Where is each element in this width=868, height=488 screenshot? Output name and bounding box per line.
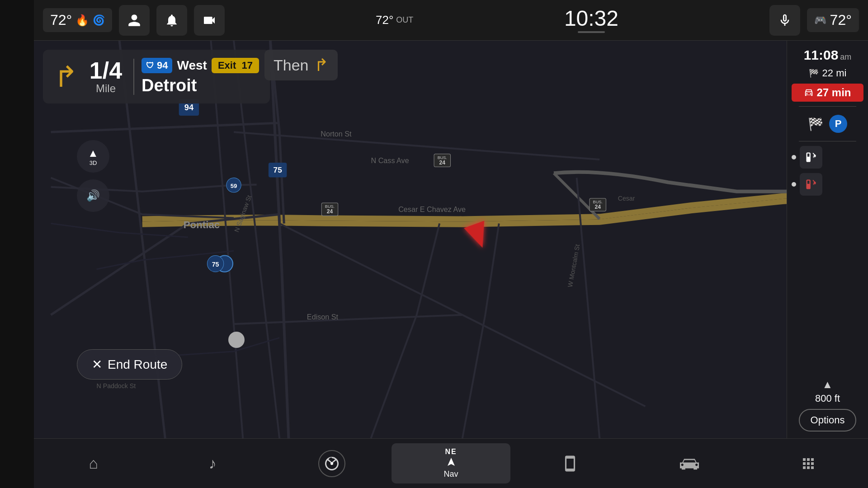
svg-text:N Paddock St: N Paddock St <box>97 382 136 389</box>
clock-time: 10:32 <box>564 8 618 29</box>
sound-button[interactable]: 🔊 <box>77 179 109 212</box>
svg-point-36 <box>807 93 808 94</box>
car-arrow <box>464 221 493 251</box>
right-divider-2 <box>799 141 856 141</box>
temp-left-display: 72° 🔥 🌀 <box>43 8 112 32</box>
fan-icon: 🌀 <box>93 14 105 26</box>
scroll-position-dot <box>228 332 245 348</box>
parking-p-icon: P <box>835 118 842 130</box>
distance-unit: Mile <box>96 82 116 95</box>
fuel-icon-1 <box>805 151 817 164</box>
driver-icon <box>318 450 345 477</box>
nav-item-driver[interactable] <box>272 446 392 482</box>
right-panel: 11:08 am 🏁 22 mi 27 min 🏁 P <box>787 41 868 438</box>
poi-row-1 <box>792 146 863 169</box>
right-divider-1 <box>799 106 856 107</box>
exit-label: Exit <box>218 60 236 71</box>
svg-text:94: 94 <box>184 103 194 112</box>
temp-right-value: 72° <box>830 12 852 28</box>
camera-button[interactable] <box>194 5 225 36</box>
map-controls: ▲ 3D 🔊 <box>77 140 109 212</box>
end-route-label: End Route <box>108 357 167 372</box>
nav-item-music[interactable]: ♪ <box>153 450 273 477</box>
top-left-controls: 72° 🔥 🌀 <box>43 5 225 36</box>
outside-temp-display: 72° OUT <box>376 13 413 27</box>
turn-arrow: ↱ <box>54 62 78 91</box>
nav-route-info: 🛡 94 West Exit 17 Detroit <box>142 58 259 95</box>
exit-badge: Exit 17 <box>212 58 259 73</box>
svg-text:75: 75 <box>274 165 283 174</box>
highway-direction: West <box>177 58 207 73</box>
nav-instruction-box: ↱ 1/4 Mile 🛡 94 West Exit 17 Detroit <box>43 50 270 103</box>
svg-text:Edison St: Edison St <box>307 313 339 321</box>
nav-distance-display: 1/4 Mile <box>85 59 126 95</box>
mic-icon <box>778 13 792 28</box>
distance-row: 🏁 22 mi <box>809 67 847 79</box>
compass-distance: 800 ft <box>815 393 840 404</box>
map-area[interactable]: Norton St N Cass Ave Cesar E Chavez Ave … <box>34 41 868 438</box>
nav-item-car[interactable] <box>630 450 749 477</box>
poi-dot-1 <box>792 155 796 160</box>
3d-label: 3D <box>90 160 97 166</box>
highway-info: 🛡 94 West Exit 17 <box>142 58 259 73</box>
svg-point-37 <box>810 93 811 94</box>
parking-badge: P <box>829 115 847 133</box>
car-location-marker <box>467 224 489 249</box>
fuel-poi-button-2[interactable] <box>800 173 822 196</box>
then-label: Then <box>274 56 309 74</box>
compass-up-arrow: ▲ <box>822 378 833 391</box>
left-strip <box>0 0 34 488</box>
svg-text:75: 75 <box>212 261 219 268</box>
svg-text:24: 24 <box>439 160 446 166</box>
nav-item-apps[interactable] <box>749 451 868 476</box>
time-indicator <box>578 31 605 33</box>
top-right-controls: 🎮 72° <box>769 5 859 36</box>
car-traffic-icon <box>804 88 814 98</box>
destination-icons: 🏁 P <box>808 111 847 136</box>
outside-label: OUT <box>396 15 413 25</box>
svg-text:N Cass Ave: N Cass Ave <box>371 156 409 164</box>
heat-icon: 🔥 <box>75 14 89 27</box>
time-display: 10:32 <box>564 8 618 33</box>
notification-button[interactable] <box>156 5 187 36</box>
svg-text:Cesar: Cesar <box>618 195 635 202</box>
profile-button[interactable] <box>119 5 150 36</box>
svg-text:24: 24 <box>327 208 333 215</box>
traffic-time-value: 27 min <box>816 86 851 99</box>
microphone-button[interactable] <box>769 5 800 36</box>
bell-icon <box>165 13 179 28</box>
music-icon: ♪ <box>209 455 217 472</box>
nav-item-phone[interactable] <box>510 450 630 477</box>
fuel-poi-button-1[interactable] <box>800 146 822 169</box>
nav-item-nav[interactable]: NE Nav <box>392 443 511 483</box>
nav-compass-display: NE <box>445 448 457 468</box>
apps-grid-icon <box>800 455 816 472</box>
svg-text:Norton St: Norton St <box>321 130 352 138</box>
traffic-time-badge: 27 min <box>792 84 863 102</box>
distance-flag-icon: 🏁 <box>809 68 819 78</box>
steering-wheel-icon <box>324 455 340 472</box>
sound-icon: 🔊 <box>86 189 100 202</box>
options-label: Options <box>811 414 845 426</box>
phone-icon <box>561 455 579 472</box>
then-box: Then ↱ <box>264 50 338 80</box>
end-route-button[interactable]: ✕ End Route <box>77 349 182 380</box>
end-route-x-icon: ✕ <box>92 357 102 372</box>
nav-item-home[interactable]: ⌂ <box>34 450 153 477</box>
bottom-nav-bar: ⌂ ♪ NE Nav <box>34 438 868 488</box>
exit-number: 17 <box>241 60 252 71</box>
eta-time-value: 11:08 <box>804 47 839 63</box>
svg-text:Cesar E Chavez Ave: Cesar E Chavez Ave <box>398 205 466 213</box>
distance-value: 1/4 <box>90 59 122 82</box>
options-button[interactable]: Options <box>799 409 857 432</box>
svg-text:Pontiac: Pontiac <box>184 219 220 230</box>
poi-dot-2 <box>792 182 796 187</box>
3d-view-button[interactable]: ▲ 3D <box>77 140 109 173</box>
poi-row-2 <box>792 173 863 196</box>
home-icon: ⌂ <box>89 455 99 472</box>
person-icon <box>127 13 142 28</box>
temp-right-display: 🎮 72° <box>807 8 859 32</box>
eta-ampm: am <box>840 52 851 62</box>
highway-badge: 🛡 94 <box>142 58 172 73</box>
checkered-flag-icon: 🏁 <box>808 117 824 131</box>
